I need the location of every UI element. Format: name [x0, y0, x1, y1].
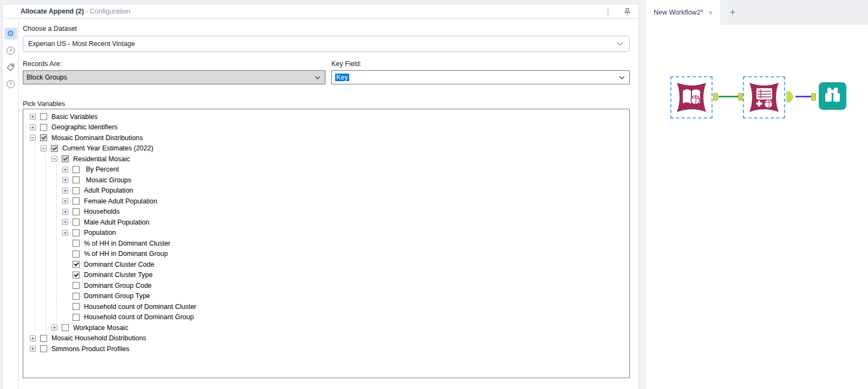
gear-icon[interactable]: ⚙: [4, 28, 17, 39]
configuration-panel: Allocate Append (2) - Configuration ⋮ ⚙: [2, 4, 639, 389]
tree-item-checkbox[interactable]: [73, 250, 80, 258]
dataset-label: Choose a Dataset: [23, 25, 630, 32]
tree-item-label: Mosaic Dominant Distributions: [51, 134, 143, 142]
tag-icon[interactable]: [4, 61, 17, 73]
expand-icon[interactable]: [51, 325, 57, 331]
configuration-content: Choose a Dataset Experian US - Most Rece…: [19, 19, 638, 389]
pick-variables-tree[interactable]: Basic VariablesGeographic IdentifiersMos…: [23, 109, 630, 378]
workflow-canvas[interactable]: [646, 25, 868, 389]
tree-item-checkbox[interactable]: [73, 197, 80, 205]
key-field-dropdown[interactable]: Key: [331, 70, 630, 84]
tree-item-label: Household count of Dominant Group: [84, 313, 194, 321]
new-tab-button[interactable]: +: [720, 0, 745, 25]
close-tab-icon[interactable]: ×: [708, 9, 713, 17]
output-anchor[interactable]: [786, 91, 794, 102]
tree-item-checkbox[interactable]: [73, 272, 80, 279]
allocate-append-tool-icon[interactable]: [748, 82, 780, 113]
records-value: Block Groups: [27, 74, 67, 81]
collapse-icon[interactable]: [41, 146, 47, 151]
tree-item-checkbox[interactable]: [40, 124, 47, 131]
allocate-input-tool-icon[interactable]: [676, 82, 707, 113]
tree-item-checkbox[interactable]: [62, 155, 69, 162]
tree-item-checkbox[interactable]: [40, 134, 47, 141]
expand-icon[interactable]: [30, 124, 36, 130]
expand-icon[interactable]: [62, 177, 68, 183]
collapse-icon[interactable]: [51, 156, 57, 162]
tree-item: % of HH in Dominant Group: [30, 249, 629, 260]
connection-blue[interactable]: [795, 96, 811, 97]
tree-item-checkbox[interactable]: [73, 293, 80, 300]
chevron-down-icon: [315, 76, 321, 80]
help-icon[interactable]: ?: [4, 78, 17, 90]
input-anchor[interactable]: [811, 93, 816, 101]
tree-item-label: Dominant Group Type: [84, 292, 150, 300]
run-circle-icon[interactable]: ↗: [4, 44, 17, 56]
help-glyph: ?: [6, 80, 15, 88]
tree-item: % of HH in Dominant Cluster: [30, 238, 629, 249]
configuration-header: Allocate Append (2) - Configuration ⋮: [3, 4, 638, 19]
expand-icon[interactable]: [30, 335, 36, 341]
key-field-value: Key: [335, 74, 349, 81]
tree-item: Mosaic Dominant Distributions: [30, 133, 629, 143]
records-dropdown[interactable]: Block Groups: [23, 70, 325, 84]
browse-tool-icon[interactable]: [819, 82, 846, 110]
tree-item-checkbox[interactable]: [73, 282, 80, 289]
tree-item-label: Geographic Identifiers: [51, 123, 118, 131]
expand-icon[interactable]: [30, 114, 36, 120]
tree-item: Mosaic Groups: [30, 175, 629, 186]
tree-item: Dominant Cluster Code: [30, 259, 629, 270]
records-key-row: Records Are: Block Groups Key Field: Key: [23, 60, 630, 84]
tab-new-workflow2[interactable]: New Workflow2* ×: [646, 0, 720, 25]
tree-item-checkbox[interactable]: [73, 261, 80, 268]
output-anchor[interactable]: [713, 93, 718, 101]
expand-icon[interactable]: [30, 346, 36, 352]
workflow-tab-strip: New Workflow2* × +: [646, 0, 868, 25]
tree-item-checkbox[interactable]: [73, 166, 80, 173]
connection-green[interactable]: [719, 96, 738, 97]
tree-item-checkbox[interactable]: [73, 219, 80, 226]
expand-icon[interactable]: [62, 188, 68, 194]
tree-item: Basic Variables: [30, 111, 629, 122]
configuration-title: Allocate Append (2) - Configuration: [21, 8, 130, 15]
tree-item-checkbox[interactable]: [73, 187, 80, 194]
tree-item-checkbox[interactable]: [73, 314, 80, 321]
collapse-icon[interactable]: [30, 135, 36, 141]
tree-item: Dominant Group Code: [30, 280, 629, 291]
tree-item-checkbox[interactable]: [40, 113, 47, 120]
tree-item: Male Adult Population: [30, 217, 629, 228]
tree-item-checkbox[interactable]: [73, 229, 80, 236]
input-anchor[interactable]: [738, 93, 743, 101]
kebab-menu-icon[interactable]: ⋮: [604, 8, 612, 16]
expand-icon[interactable]: [62, 209, 68, 215]
tree-item-checkbox[interactable]: [40, 345, 47, 352]
tree-item-checkbox[interactable]: [62, 324, 69, 331]
gear-glyph: ⚙: [7, 30, 14, 38]
tree-item-checkbox[interactable]: [40, 335, 47, 342]
expand-icon[interactable]: [62, 230, 68, 236]
pin-icon[interactable]: [624, 8, 631, 16]
expand-icon[interactable]: [62, 198, 68, 204]
tree-item: Household count of Dominant Group: [30, 312, 629, 323]
tree-item-label: Residential Mosaic: [73, 155, 130, 163]
tree-item: Workplace Mosaic: [30, 322, 629, 333]
expand-icon[interactable]: [62, 167, 68, 173]
expand-icon[interactable]: [62, 219, 68, 225]
tab-label: New Workflow2*: [654, 9, 703, 16]
dataset-dropdown[interactable]: Experian US - Most Recent Vintage: [23, 36, 630, 52]
tree-item-checkbox[interactable]: [73, 240, 80, 247]
tree-item-checkbox[interactable]: [73, 176, 80, 183]
tree-item-label: % of HH in Dominant Cluster: [84, 240, 171, 247]
tree-item: By Percent: [30, 164, 629, 175]
tree-item-label: Adult Population: [84, 187, 133, 194]
tree-item-checkbox[interactable]: [73, 303, 80, 310]
tree-item: Households: [30, 207, 629, 217]
key-field-label: Key Field:: [331, 60, 630, 68]
tree-item-label: Dominant Cluster Code: [84, 261, 154, 268]
tree-item: Geographic Identifiers: [30, 122, 629, 133]
dataset-value: Experian US - Most Recent Vintage: [28, 40, 135, 48]
tool-name: Allocate Append (2): [21, 8, 84, 15]
tree-item-checkbox[interactable]: [73, 208, 80, 215]
config-icon-rail: ⚙ ↗ ?: [3, 19, 19, 389]
tree-item-label: Mosaic Groups: [84, 176, 132, 184]
tree-item-checkbox[interactable]: [51, 145, 58, 152]
